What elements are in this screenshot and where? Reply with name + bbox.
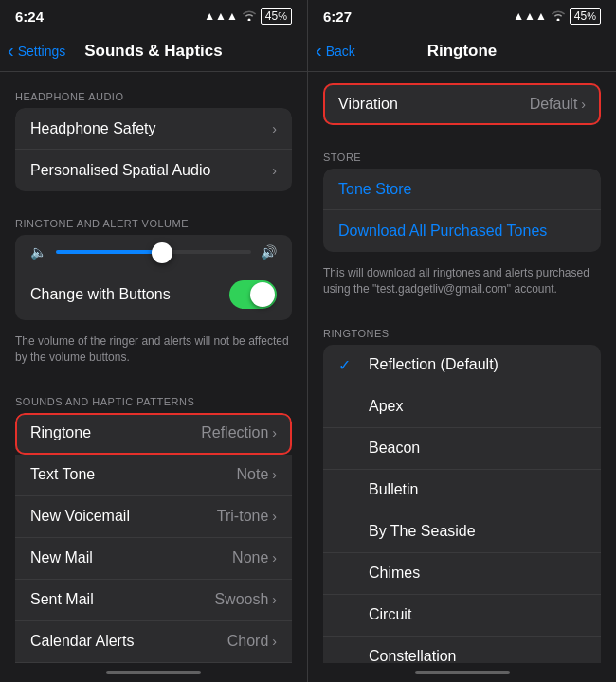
- left-panel: 6:24 ▲▲▲ 45% ‹ Settings Sounds & Haptics: [0, 0, 308, 682]
- headphone-safety-chevron: ›: [272, 121, 277, 136]
- ringtone-item-4[interactable]: By The Seaside: [323, 512, 601, 553]
- calendar-alerts-chevron: ›: [272, 634, 277, 649]
- ringtones-list: ✓Reflection (Default)ApexBeaconBulletinB…: [323, 345, 601, 663]
- text-tone-value: Note: [237, 466, 269, 483]
- new-voicemail-cell[interactable]: New Voicemail Tri-tone ›: [15, 496, 292, 538]
- toggle-knob: [250, 282, 275, 307]
- ringtone-name-6: Circuit: [369, 606, 411, 623]
- ringtone-item-7[interactable]: Constellation: [323, 637, 601, 663]
- change-with-buttons-toggle[interactable]: [229, 280, 277, 309]
- store-desc: This will download all ringtones and ale…: [308, 260, 616, 309]
- section-header-patterns: SOUNDS AND HAPTIC PATTERNS: [0, 377, 307, 413]
- text-tone-cell[interactable]: Text Tone Note ›: [15, 455, 292, 496]
- ringtone-name-5: Chimes: [369, 565, 420, 582]
- back-label-right: Back: [326, 44, 355, 59]
- ringtone-item-6[interactable]: Circuit: [323, 595, 601, 637]
- sent-mail-chevron: ›: [272, 592, 277, 607]
- calendar-alerts-label: Calendar Alerts: [30, 633, 227, 650]
- home-indicator-right: [308, 663, 616, 682]
- ringtone-name-2: Beacon: [369, 440, 420, 457]
- back-arrow-right: ‹: [316, 40, 322, 62]
- back-button-right[interactable]: ‹ Back: [316, 40, 355, 62]
- spatial-audio-cell[interactable]: Personalised Spatial Audio ›: [15, 150, 292, 191]
- headphone-safety-label: Headphone Safety: [30, 120, 272, 137]
- status-bar-left: 6:24 ▲▲▲ 45%: [0, 0, 307, 30]
- patterns-group: Ringtone Reflection › Text Tone Note › N…: [15, 413, 292, 663]
- sent-mail-label: Sent Mail: [30, 591, 214, 608]
- page-title-right: Ringtone: [427, 42, 498, 61]
- volume-group: 🔈 🔊 Change with Buttons: [15, 235, 292, 320]
- calendar-alerts-value: Chord: [227, 633, 269, 650]
- new-voicemail-chevron: ›: [272, 509, 277, 524]
- home-bar-left: [106, 671, 201, 674]
- volume-slider-thumb[interactable]: [152, 242, 172, 263]
- download-tones-cell[interactable]: Download All Purchased Tones: [323, 210, 601, 252]
- ringtone-item-2[interactable]: Beacon: [323, 428, 601, 470]
- ringtone-item-5[interactable]: Chimes: [323, 553, 601, 595]
- ringtone-label: Ringtone: [30, 424, 201, 441]
- spatial-audio-label: Personalised Spatial Audio: [30, 162, 272, 179]
- volume-high-icon: 🔊: [261, 244, 277, 260]
- new-mail-cell[interactable]: New Mail None ›: [15, 538, 292, 580]
- back-button-left[interactable]: ‹ Settings: [8, 40, 65, 62]
- section-header-volume: RINGTONE AND ALERT VOLUME: [0, 199, 307, 235]
- vibration-chevron: ›: [581, 97, 586, 112]
- ringtone-chevron: ›: [272, 425, 277, 440]
- back-label-left: Settings: [18, 44, 66, 59]
- sent-mail-cell[interactable]: Sent Mail Swoosh ›: [15, 580, 292, 621]
- ringtone-name-7: Constellation: [369, 648, 457, 663]
- headphone-safety-cell[interactable]: Headphone Safety ›: [15, 108, 292, 150]
- vibration-cell-wrap: Vibration Default ›: [323, 83, 601, 125]
- new-voicemail-label: New Voicemail: [30, 508, 217, 525]
- section-header-ringtones: RINGTONES: [308, 309, 616, 345]
- time-right: 6:27: [323, 9, 352, 25]
- tone-store-label: Tone Store: [338, 181, 586, 198]
- right-panel: 6:27 ▲▲▲ 45% ‹ Back Ringtone: [308, 0, 616, 682]
- ringtone-name-4: By The Seaside: [369, 523, 476, 540]
- back-arrow-left: ‹: [8, 40, 14, 62]
- calendar-alerts-cell[interactable]: Calendar Alerts Chord ›: [15, 621, 292, 663]
- spatial-audio-chevron: ›: [272, 163, 277, 178]
- change-with-buttons-cell[interactable]: Change with Buttons: [15, 269, 292, 320]
- vibration-value: Default: [530, 96, 578, 113]
- new-voicemail-value: Tri-tone: [217, 508, 269, 525]
- section-header-store: STORE: [308, 133, 616, 169]
- volume-slider-track[interactable]: [56, 250, 251, 254]
- status-icons-right: ▲▲▲ 45%: [513, 8, 601, 25]
- signal-icon-left: ▲▲▲: [204, 9, 238, 23]
- volume-low-icon: 🔈: [30, 244, 46, 260]
- ringtone-item-3[interactable]: Bulletin: [323, 470, 601, 512]
- sent-mail-value: Swoosh: [214, 591, 268, 608]
- new-mail-label: New Mail: [30, 549, 232, 566]
- volume-slider-row[interactable]: 🔈 🔊: [15, 235, 292, 269]
- nav-bar-left: ‹ Settings Sounds & Haptics: [0, 30, 307, 72]
- ringtone-cell[interactable]: Ringtone Reflection ›: [15, 413, 292, 455]
- wifi-icon-right: [552, 9, 565, 24]
- new-mail-value: None: [232, 549, 268, 566]
- home-bar-right: [415, 671, 510, 674]
- headphone-audio-group: Headphone Safety › Personalised Spatial …: [15, 108, 292, 191]
- ringtone-item-0[interactable]: ✓Reflection (Default): [323, 345, 601, 386]
- store-group: Tone Store Download All Purchased Tones: [323, 169, 601, 252]
- left-content: HEADPHONE AUDIO Headphone Safety › Perso…: [0, 72, 307, 663]
- vibration-label: Vibration: [338, 96, 530, 113]
- ringtone-name-1: Apex: [369, 398, 403, 415]
- ringtone-item-1[interactable]: Apex: [323, 386, 601, 428]
- change-with-buttons-label: Change with Buttons: [30, 286, 229, 303]
- text-tone-label: Text Tone: [30, 466, 237, 483]
- ringtone-name-3: Bulletin: [369, 481, 418, 498]
- battery-icon-right: 45%: [570, 8, 601, 25]
- volume-slider-fill: [56, 250, 163, 254]
- status-bar-right: 6:27 ▲▲▲ 45%: [308, 0, 616, 30]
- vibration-cell[interactable]: Vibration Default ›: [323, 83, 601, 125]
- right-content: Vibration Default › STORE Tone Store Dow…: [308, 72, 616, 663]
- ringtone-checkmark-0: ✓: [338, 356, 357, 374]
- status-icons-left: ▲▲▲ 45%: [204, 8, 292, 25]
- page-title-left: Sounds & Haptics: [84, 42, 222, 61]
- download-tones-label: Download All Purchased Tones: [338, 223, 586, 240]
- ringtone-name-0: Reflection (Default): [369, 356, 498, 373]
- nav-bar-right: ‹ Back Ringtone: [308, 30, 616, 72]
- new-mail-chevron: ›: [272, 550, 277, 565]
- tone-store-cell[interactable]: Tone Store: [323, 169, 601, 210]
- time-left: 6:24: [15, 9, 44, 25]
